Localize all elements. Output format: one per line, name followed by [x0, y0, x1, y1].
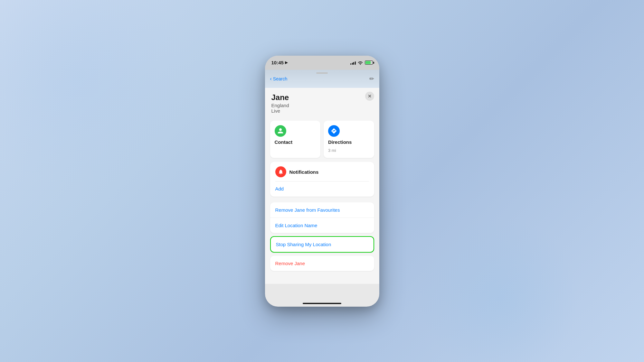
notifications-header: Notifications: [275, 166, 369, 177]
directions-icon: [328, 125, 340, 137]
directions-sublabel: 3 mi: [328, 148, 336, 153]
signal-icon: [350, 61, 356, 65]
close-button[interactable]: ✕: [365, 92, 374, 101]
action-cards-row: Contact Directions 3 mi: [265, 118, 379, 162]
edit-icon[interactable]: ✏: [369, 75, 374, 82]
back-label: Search: [273, 76, 287, 81]
time-display: 10:45: [271, 60, 284, 65]
directions-card[interactable]: Directions 3 mi: [324, 121, 374, 158]
status-icons: [350, 60, 373, 65]
person-status: Live: [271, 108, 373, 114]
status-time: 10:45 ▶: [271, 60, 288, 65]
back-button[interactable]: ‹ Search: [270, 76, 288, 82]
person-location: England: [271, 103, 373, 108]
maps-background: ‹ Search ✏: [265, 70, 379, 88]
battery-icon: [365, 60, 373, 65]
notifications-title: Notifications: [289, 169, 319, 175]
contact-label: Contact: [275, 139, 293, 145]
remove-favourites-button[interactable]: Remove Jane from Favourites: [270, 202, 374, 218]
stop-sharing-card: Stop Sharing My Location: [270, 236, 374, 253]
home-indicator[interactable]: [303, 303, 341, 304]
close-icon: ✕: [368, 94, 372, 98]
edit-location-name-button[interactable]: Edit Location Name: [270, 218, 374, 233]
status-bar: 10:45 ▶: [265, 56, 379, 70]
wifi-icon: [358, 61, 363, 65]
chevron-left-icon: ‹: [270, 76, 272, 82]
notifications-icon: [275, 166, 286, 177]
add-notification-button[interactable]: Add: [275, 185, 369, 193]
contact-icon: [275, 125, 286, 137]
directions-label: Directions: [328, 139, 352, 145]
contact-card[interactable]: Contact: [270, 121, 321, 158]
sheet-panel: Jane England Live ✕ Contact: [265, 88, 379, 284]
action-list: Remove Jane from Favourites Edit Locatio…: [270, 202, 374, 233]
stop-sharing-button[interactable]: Stop Sharing My Location: [271, 237, 374, 252]
divider: [275, 181, 369, 181]
notifications-section: Notifications Add: [270, 162, 374, 197]
person-name: Jane: [271, 93, 373, 102]
remove-card: Remove Jane: [270, 256, 374, 271]
location-arrow-icon: ▶: [285, 60, 288, 65]
remove-jane-button[interactable]: Remove Jane: [270, 256, 374, 271]
sheet-header: Jane England Live ✕: [265, 88, 379, 118]
drag-indicator[interactable]: [316, 72, 328, 74]
phone-frame: 10:45 ▶ ‹ Se: [265, 56, 379, 307]
